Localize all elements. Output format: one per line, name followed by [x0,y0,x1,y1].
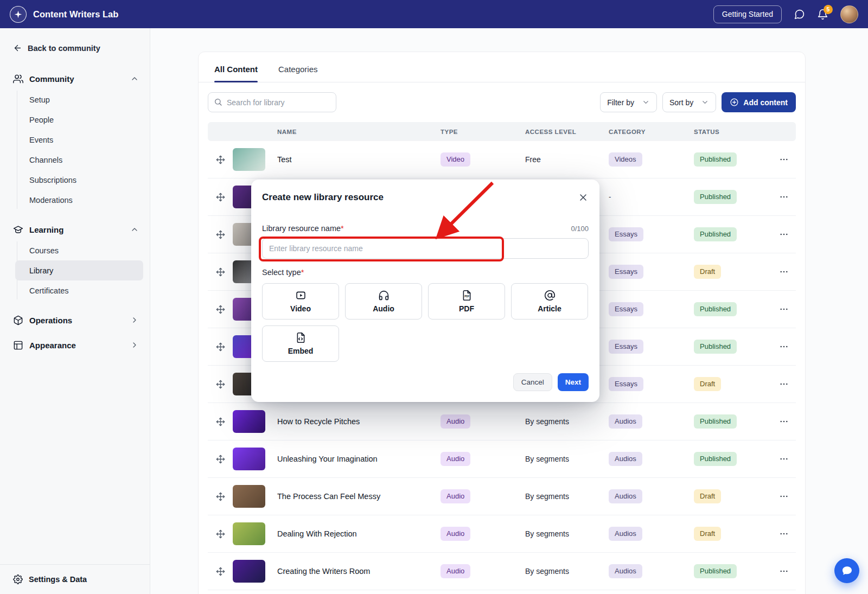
drag-handle[interactable] [208,155,233,164]
drag-handle[interactable] [208,342,233,352]
row-thumbnail [233,448,265,470]
more-horizontal-icon [779,417,789,426]
category-badge: Audios [609,489,642,503]
drag-handle[interactable] [208,267,233,277]
type-option-article[interactable]: Article [511,283,588,320]
chat-launcher-button[interactable] [834,558,859,583]
drag-handle[interactable] [208,193,233,202]
category-badge: Essays [609,340,643,354]
more-horizontal-icon [779,155,789,164]
access-level: By segments [525,417,609,426]
sort-by-label: Sort by [669,98,693,107]
row-more-button[interactable] [771,417,796,426]
row-more-button[interactable] [771,192,796,202]
back-to-community-link[interactable]: Back to community [0,43,150,53]
sidebar-item-library[interactable]: Library [15,260,143,280]
more-horizontal-icon [779,454,789,464]
drag-handle[interactable] [208,529,233,539]
row-more-button[interactable] [771,491,796,501]
more-horizontal-icon [779,566,789,576]
row-more-button[interactable] [771,267,796,277]
row-more-button[interactable] [771,454,796,464]
table-row: Unleashing Your Imagination Audio By seg… [208,440,796,478]
tab-all-content[interactable]: All Content [214,65,258,82]
access-level: By segments [525,529,609,538]
settings-and-data-link[interactable]: Settings & Data [0,564,150,594]
sidebar-section-learning[interactable]: Learning [0,220,150,239]
filter-by-select[interactable]: Filter by [600,92,657,112]
drag-handle[interactable] [208,455,233,464]
sidebar-item-setup[interactable]: Setup [0,90,150,110]
row-name: How to Recycle Pitches [277,417,441,426]
move-icon [216,342,225,352]
drag-handle[interactable] [208,567,233,576]
notification-badge: 5 [824,5,833,14]
video-icon [295,290,307,301]
category-badge: Audios [609,527,642,541]
row-more-button[interactable] [771,529,796,539]
sidebar-item-courses[interactable]: Courses [0,240,150,260]
drag-handle[interactable] [208,492,233,501]
sidebar-item-people[interactable]: People [0,110,150,130]
sidebar-item-channels[interactable]: Channels [0,150,150,170]
category-badge: Essays [609,302,643,316]
close-icon[interactable] [578,192,589,203]
row-name: Test [277,155,441,164]
status-badge: Draft [694,377,721,391]
table-row: Dealing With Rejection Audio By segments… [208,515,796,553]
more-horizontal-icon [779,304,789,314]
settings-and-data-label: Settings & Data [29,575,87,584]
sidebar-section-appearance[interactable]: Appearance [0,335,150,355]
sort-by-select[interactable]: Sort by [662,92,716,112]
access-level: By segments [525,455,609,463]
sidebar-section-community[interactable]: Community [0,69,150,88]
tab-categories[interactable]: Categories [278,65,318,82]
required-asterisk: * [301,268,304,277]
status-badge: Published [694,302,737,316]
sidebar-item-moderations[interactable]: Moderations [0,190,150,210]
move-icon [216,567,225,576]
type-option-pdf[interactable]: PDF PDF [428,283,505,320]
filter-by-label: Filter by [607,98,634,107]
table-row: How to Recycle Pitches Audio By segments… [208,403,796,440]
status-badge: Published [694,452,737,466]
row-name: Creating the Writers Room [277,567,441,576]
search-input[interactable] [208,92,336,112]
row-thumbnail [233,522,265,545]
row-thumbnail [233,410,265,433]
row-name: Dealing With Rejection [277,529,441,538]
row-more-button[interactable] [771,229,796,239]
header-access-level: ACCESS LEVEL [525,129,609,135]
type-option-video[interactable]: Video [262,283,339,320]
type-options: Video Audio PDF PDF Article [262,283,589,362]
type-badge: Audio [441,452,470,466]
resource-name-input[interactable] [262,238,589,259]
modal-title: Create new library resource [262,192,384,203]
row-more-button[interactable] [771,304,796,314]
next-button[interactable]: Next [558,373,589,391]
table-row: The Process Can Feel Messy Audio By segm… [208,478,796,515]
row-more-button[interactable] [771,342,796,352]
type-option-audio[interactable]: Audio [345,283,422,320]
drag-handle[interactable] [208,305,233,314]
notifications-button[interactable]: 5 [817,9,828,20]
row-more-button[interactable] [771,155,796,164]
row-thumbnail [233,148,265,171]
sidebar-item-events[interactable]: Events [0,130,150,150]
table-row: Creating the Writers Room Audio By segme… [208,553,796,590]
drag-handle[interactable] [208,417,233,426]
sidebar-section-operations[interactable]: Operations [0,310,150,330]
type-option-embed[interactable]: Embed [262,325,339,362]
sidebar-item-certificates[interactable]: Certificates [0,280,150,301]
row-more-button[interactable] [771,566,796,576]
sidebar-item-subscriptions[interactable]: Subscriptions [0,170,150,190]
add-content-button[interactable]: Add content [722,92,796,112]
row-more-button[interactable] [771,379,796,389]
getting-started-button[interactable]: Getting Started [713,5,782,23]
drag-handle[interactable] [208,230,233,239]
drag-handle[interactable] [208,380,233,389]
user-avatar[interactable] [840,5,858,23]
messages-button[interactable] [794,9,805,20]
move-icon [216,492,225,501]
cancel-button[interactable]: Cancel [513,373,552,391]
